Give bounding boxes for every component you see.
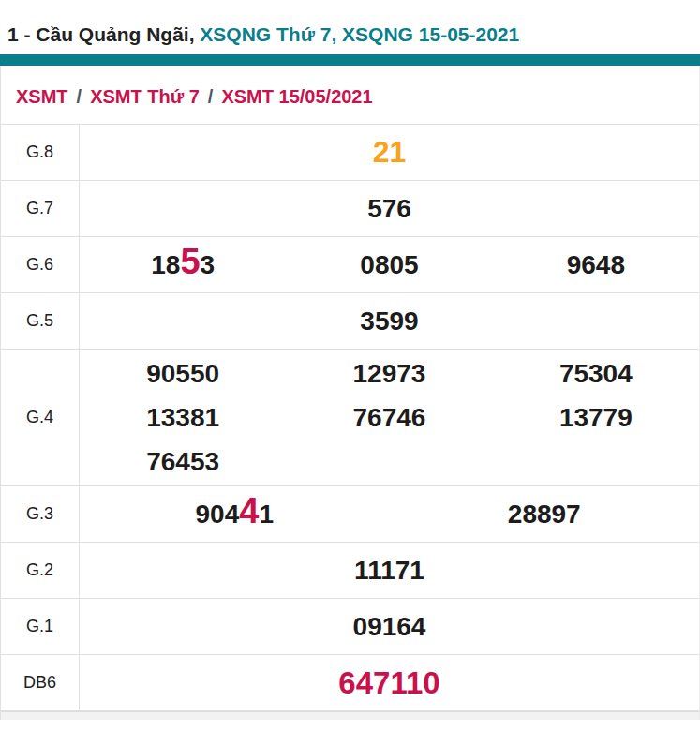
prize-number: 11171 <box>354 548 424 592</box>
next-section-strip <box>1 711 699 720</box>
table-row: G.53599 <box>1 293 699 350</box>
breadcrumb-separator: / <box>200 86 222 107</box>
highlighted-digit: 4 <box>239 491 259 530</box>
breadcrumb-link[interactable]: XSMT Thứ 7 <box>90 86 200 107</box>
table-row: G.821 <box>1 125 699 181</box>
prize-number: 90441 <box>196 492 274 536</box>
lottery-results-page: 1 - Cầu Quảng Ngãi, XSQNG Thứ 7, XSQNG 1… <box>0 0 700 731</box>
prize-number: 90550 <box>146 351 219 395</box>
table-row: G.39044128897 <box>1 486 699 543</box>
prize-label: G.5 <box>1 293 80 349</box>
prize-values: 21 <box>80 125 699 180</box>
prize-label: DB6 <box>1 655 80 710</box>
prize-values: 576 <box>80 181 699 236</box>
content-panel: XSMT/XSMT Thứ 7/XSMT 15/05/2021 G.821G.7… <box>0 66 700 720</box>
page-title: 1 - Cầu Quảng Ngãi, XSQNG Thứ 7, XSQNG 1… <box>0 0 700 47</box>
highlighted-digit: 5 <box>180 242 200 281</box>
prize-label: G.2 <box>1 543 80 598</box>
prize-label: G.4 <box>1 350 80 485</box>
prize-values: 90550129737530413381767461377976453 <box>80 350 699 485</box>
table-row: DB6647110 <box>1 655 699 711</box>
prize-number: 28897 <box>508 492 581 536</box>
results-table: G.821G.7576G.6185308059648G.53599G.49055… <box>1 124 699 711</box>
prize-number: 13779 <box>559 395 633 440</box>
prize-number: 576 <box>367 186 411 231</box>
prize-values: 9044128897 <box>80 486 699 542</box>
table-row: G.7576 <box>1 181 699 237</box>
prize-label: G.7 <box>1 181 80 236</box>
prize-values: 647110 <box>80 655 699 710</box>
prize-number: 75304 <box>559 351 633 395</box>
prize-label: G.3 <box>1 486 80 542</box>
prize-label: G.8 <box>1 125 80 180</box>
table-row: G.6185308059648 <box>1 237 699 293</box>
breadcrumb-link[interactable]: XSMT <box>16 86 68 107</box>
prize-number: 13381 <box>146 395 219 440</box>
prize-number: 09164 <box>353 604 426 649</box>
prize-number: 21 <box>373 130 407 174</box>
prize-values: 11171 <box>80 543 699 598</box>
prize-label: G.1 <box>1 599 80 654</box>
breadcrumb-link[interactable]: XSMT 15/05/2021 <box>221 86 372 107</box>
title-prefix: 1 - Cầu Quảng Ngãi, <box>7 23 200 45</box>
prize-label: G.6 <box>1 237 80 292</box>
title-weekday-link[interactable]: XSQNG Thứ 7, <box>200 23 342 45</box>
prize-values: 09164 <box>80 599 699 654</box>
table-row: G.211171 <box>1 543 699 599</box>
breadcrumb: XSMT/XSMT Thứ 7/XSMT 15/05/2021 <box>1 66 699 124</box>
prize-number: 12973 <box>353 351 426 395</box>
table-row: G.490550129737530413381767461377976453 <box>1 350 699 486</box>
prize-number: 3599 <box>360 299 418 343</box>
prize-number: 9648 <box>567 243 625 287</box>
title-date-link[interactable]: XSQNG 15-05-2021 <box>342 23 519 45</box>
prize-number: 647110 <box>338 661 439 705</box>
prize-number: 0805 <box>360 243 418 287</box>
title-divider-bar <box>0 54 700 66</box>
prize-number: 76453 <box>146 440 219 484</box>
prize-values: 3599 <box>80 293 699 349</box>
table-row: G.109164 <box>1 599 699 655</box>
breadcrumb-separator: / <box>68 86 91 107</box>
prize-number: 76746 <box>353 395 426 440</box>
prize-number: 1853 <box>151 243 215 287</box>
prize-values: 185308059648 <box>80 237 699 292</box>
